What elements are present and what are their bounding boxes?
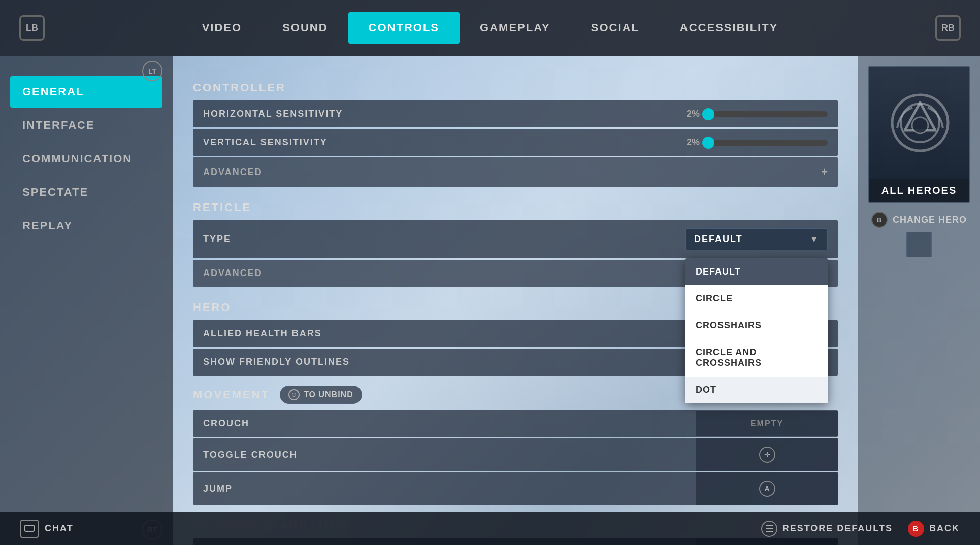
bottom-right-controls: RESTORE DEFAULTS B BACK: [761, 521, 960, 537]
center-panel: CONTROLLER HORIZONTAL SENSITIVITY 2% VER…: [173, 56, 858, 545]
reticle-type-select[interactable]: DEFAULT ▼: [685, 228, 828, 250]
tab-accessibility[interactable]: ACCESSIBILITY: [660, 12, 798, 44]
change-hero-button[interactable]: B CHANGE HERO: [867, 208, 971, 232]
crouch-binding-empty: EMPTY: [750, 419, 783, 428]
vertical-sensitivity-slider[interactable]: [706, 140, 828, 146]
hero-card: ALL HEROES: [868, 66, 970, 203]
slider-thumb-v[interactable]: [702, 137, 714, 149]
bottom-bar: CHAT RESTORE DEFAULTS B BACK: [0, 512, 980, 545]
nav-tabs-container: VIDEO SOUND CONTROLS GAMEPLAY SOCIAL ACC…: [49, 12, 931, 44]
reticle-type-dropdown-menu: DEFAULT CIRCLE CROSSHAIRS CIRCLE AND CRO…: [685, 258, 828, 403]
sidebar-items-list: GENERAL INTERFACE COMMUNICATION SPECTATE…: [0, 76, 173, 242]
crouch-label: CROUCH: [193, 410, 696, 437]
vertical-sensitivity-value: 2%: [687, 137, 700, 148]
svg-rect-3: [25, 525, 34, 531]
sidebar-item-general[interactable]: GENERAL: [10, 76, 162, 108]
overwatch-logo-icon: [890, 92, 951, 153]
toggle-crouch-label: TOGGLE CROUCH: [193, 441, 696, 468]
toggle-crouch-binding-icon: ✛: [759, 447, 775, 463]
reticle-type-label: TYPE: [203, 234, 685, 245]
dropdown-arrow-icon: ▼: [810, 235, 819, 244]
tab-sound[interactable]: SOUND: [262, 12, 348, 44]
hero-image: [869, 67, 970, 179]
toggle-crouch-row: TOGGLE CROUCH ✛: [193, 438, 838, 471]
unbind-badge: TO UNBIND: [280, 386, 362, 404]
controller-advanced-expand-icon: +: [821, 165, 828, 179]
slider-thumb[interactable]: [702, 108, 714, 120]
tab-controls[interactable]: CONTROLS: [348, 12, 460, 44]
change-hero-thumbnail: [906, 232, 932, 257]
back-label: BACK: [929, 523, 960, 534]
controller-section-title: CONTROLLER: [193, 81, 838, 94]
back-button[interactable]: B BACK: [908, 521, 960, 537]
horizontal-sensitivity-label: HORIZONTAL SENSITIVITY: [203, 109, 687, 119]
unbind-circle-icon: [288, 389, 300, 400]
dropdown-option-dot[interactable]: DOT: [685, 377, 828, 403]
change-hero-label: CHANGE HERO: [893, 215, 967, 225]
vertical-sensitivity-row: VERTICAL SENSITIVITY 2%: [193, 129, 838, 156]
menu-icon: [761, 521, 777, 537]
reticle-type-row: TYPE DEFAULT ▼ DEFAULT CIRCLE CROSSHAIRS…: [193, 220, 838, 258]
reticle-section-title: RETICLE: [193, 201, 838, 214]
left-bumper[interactable]: LB: [19, 15, 45, 41]
chat-label: CHAT: [45, 523, 74, 534]
b-button-icon: B: [871, 212, 888, 228]
unbind-circle-inner: [292, 393, 296, 397]
dropdown-option-default[interactable]: DEFAULT: [685, 258, 828, 285]
jump-binding-icon: A: [759, 481, 775, 497]
jump-binding[interactable]: A: [696, 472, 838, 505]
dropdown-option-circle-crosshairs[interactable]: CIRCLE AND CROSSHAIRS: [685, 339, 828, 377]
back-button-icon: B: [908, 521, 924, 537]
lt-bumper[interactable]: LT: [142, 61, 162, 81]
restore-defaults-label: RESTORE DEFAULTS: [782, 523, 893, 534]
tab-video[interactable]: VIDEO: [182, 12, 262, 44]
crouch-row: CROUCH EMPTY: [193, 410, 838, 437]
unbind-label: TO UNBIND: [304, 390, 353, 399]
sidebar-item-interface[interactable]: INTERFACE: [10, 110, 162, 141]
controller-advanced-row[interactable]: ADVANCED +: [193, 157, 838, 187]
right-panel: ALL HEROES B CHANGE HERO: [858, 56, 980, 545]
vertical-sensitivity-label: VERTICAL SENSITIVITY: [203, 137, 687, 148]
dropdown-option-circle[interactable]: CIRCLE: [685, 285, 828, 312]
hero-name: ALL HEROES: [869, 179, 969, 202]
tab-social[interactable]: SOCIAL: [571, 12, 660, 44]
horizontal-sensitivity-value: 2%: [687, 109, 700, 119]
chat-button[interactable]: CHAT: [20, 520, 74, 538]
movement-section-title: MOVEMENT: [193, 388, 270, 401]
horizontal-sensitivity-row: HORIZONTAL SENSITIVITY 2%: [193, 100, 838, 127]
dropdown-option-crosshairs[interactable]: CROSSHAIRS: [685, 312, 828, 339]
top-navigation: LB VIDEO SOUND CONTROLS GAMEPLAY SOCIAL …: [0, 0, 980, 56]
sidebar-item-replay[interactable]: REPLAY: [10, 210, 162, 242]
sidebar: LT GENERAL INTERFACE COMMUNICATION SPECT…: [0, 56, 173, 545]
sidebar-item-spectate[interactable]: SPECTATE: [10, 177, 162, 208]
reticle-type-selected-value: DEFAULT: [694, 234, 743, 245]
chat-icon: [20, 520, 39, 538]
jump-row: JUMP A: [193, 472, 838, 505]
tab-gameplay[interactable]: GAMEPLAY: [460, 12, 571, 44]
toggle-crouch-binding[interactable]: ✛: [696, 438, 838, 471]
crouch-binding[interactable]: EMPTY: [696, 411, 838, 436]
sidebar-item-communication[interactable]: COMMUNICATION: [10, 143, 162, 175]
controller-advanced-label: ADVANCED: [203, 167, 821, 178]
restore-defaults-button[interactable]: RESTORE DEFAULTS: [761, 521, 893, 537]
right-bumper[interactable]: RB: [935, 15, 961, 41]
jump-label: JUMP: [193, 475, 696, 502]
horizontal-sensitivity-slider[interactable]: [706, 111, 828, 117]
svg-point-2: [912, 117, 928, 133]
main-content: LT GENERAL INTERFACE COMMUNICATION SPECT…: [0, 56, 980, 545]
